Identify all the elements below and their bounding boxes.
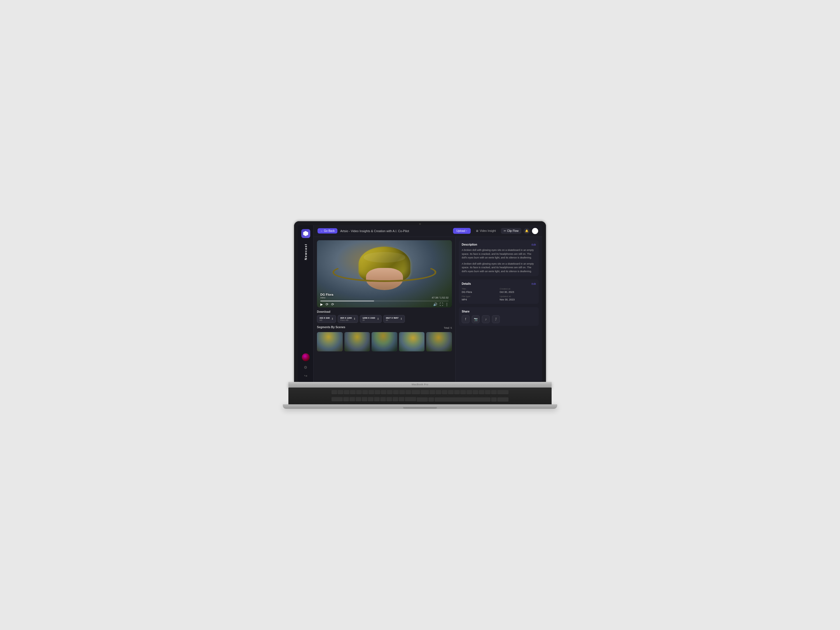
key	[332, 390, 337, 395]
segment-thumb-1[interactable]	[317, 332, 343, 351]
key	[332, 397, 343, 401]
share-section: Share f 📷 ♪	[459, 307, 539, 326]
key	[497, 390, 508, 395]
key	[387, 390, 393, 395]
key	[491, 390, 497, 395]
key	[338, 390, 343, 395]
download-section: Download 433 X 640 HD ⬇	[317, 310, 452, 323]
instagram-icon: 📷	[474, 317, 478, 321]
segment-thumb-3[interactable]	[371, 332, 397, 351]
progress-bar[interactable]	[321, 301, 448, 301]
key	[381, 390, 387, 395]
video-info-overlay: DG Flora Intro	[321, 293, 333, 299]
download-fullhd[interactable]: 865 X 1280 FULL HD ⬇	[338, 315, 358, 323]
key	[350, 390, 355, 395]
go-back-button[interactable]: ← Go Back	[317, 228, 337, 234]
segment-thumb-2[interactable]	[344, 332, 370, 351]
generic-share-button[interactable]: ⤴	[492, 315, 500, 323]
details-section: Details Edit Title: DG Flora Created at:	[459, 279, 539, 304]
segment-thumb-4[interactable]	[399, 332, 425, 351]
video-time: 47:38 / 1:52:32	[432, 296, 448, 299]
controls-right: 🔊 ⛶ ⋮	[433, 302, 448, 306]
key	[399, 390, 405, 395]
video-panel: DG Flora Intro 47:38 / 1:52:32	[314, 237, 455, 382]
key	[393, 390, 399, 395]
key	[429, 390, 435, 395]
segments-section: Segments By Scenes Total: 5	[317, 326, 452, 351]
topbar-right: Upload ↑ 🖥 Video Insight ✂ Clip Flow 🔔	[453, 228, 538, 234]
details-header: Details Edit	[462, 282, 536, 285]
description-text-2: A broken doll with glowing eyes sits on …	[462, 262, 536, 273]
forward-button[interactable]: ⟳	[331, 302, 334, 306]
key	[479, 390, 485, 395]
download-options: 433 X 640 HD ⬇ 865 X 1280 FULL HD	[317, 315, 452, 323]
tab-video-insight[interactable]: 🖥 Video Insight	[473, 228, 499, 234]
key	[399, 397, 404, 401]
profile-button[interactable]	[532, 228, 538, 234]
volume-button[interactable]: 🔊	[433, 302, 437, 306]
segments-title: Segments By Scenes	[317, 326, 345, 329]
laptop-wrapper: Newcast ⚙ ↪ ← Go Back Artsio - Video Ins…	[294, 221, 546, 409]
key	[380, 397, 386, 401]
rewind-button[interactable]: ⟳	[326, 302, 328, 306]
segment-image-4	[399, 332, 425, 351]
page-title: Artsio - Video Insights & Creation with …	[340, 229, 450, 233]
key	[417, 397, 428, 402]
segment-image-3	[371, 332, 397, 351]
detail-title: Title: DG Flora	[462, 287, 498, 294]
key	[491, 397, 497, 402]
facebook-share-button[interactable]: f	[462, 315, 470, 323]
key	[473, 390, 478, 395]
app-logo[interactable]	[301, 229, 310, 238]
avatar-image	[302, 354, 309, 361]
touchpad-notch	[403, 407, 437, 409]
video-subtitle: Intro	[321, 296, 333, 299]
segment-image-2	[344, 332, 370, 351]
download-2k[interactable]: 1298 X 1920 2K ⬇	[360, 315, 381, 323]
segment-image-5	[426, 332, 452, 351]
description-edit-link[interactable]: Edit	[531, 243, 536, 246]
notification-icon[interactable]: 🔔	[524, 228, 530, 234]
logout-icon[interactable]: ↪	[304, 374, 308, 378]
key	[344, 390, 349, 395]
keyboard	[288, 387, 552, 404]
sidebar-bottom: ⚙ ↪	[302, 354, 309, 378]
monitor-icon: 🖥	[476, 229, 478, 232]
key	[436, 390, 441, 395]
tab-clip-flow[interactable]: ✂ Clip Flow	[501, 228, 521, 234]
key	[412, 390, 420, 395]
download-hd[interactable]: 433 X 640 HD ⬇	[317, 315, 336, 323]
fullscreen-button[interactable]: ⛶	[440, 302, 443, 306]
avatar[interactable]	[302, 354, 309, 361]
download-4k[interactable]: 3827 X 5657 4K ⬇	[383, 315, 405, 323]
headphones-shape	[332, 263, 436, 282]
upload-button[interactable]: Upload ↑	[453, 228, 471, 234]
details-section-title: Details	[462, 282, 471, 285]
key	[387, 397, 392, 401]
key	[375, 390, 380, 395]
progress-fill	[321, 301, 374, 301]
segment-thumb-5[interactable]	[426, 332, 452, 351]
settings-icon[interactable]: ⚙	[304, 365, 308, 369]
detail-file-type: File type: MP4	[462, 295, 498, 301]
screen-bezel: Newcast ⚙ ↪ ← Go Back Artsio - Video Ins…	[294, 221, 546, 382]
instagram-share-button[interactable]: 📷	[472, 315, 480, 323]
more-options-button[interactable]: ⋮	[445, 302, 448, 306]
key	[362, 390, 368, 395]
portrait-figure	[347, 243, 422, 308]
tiktok-icon: ♪	[485, 317, 486, 321]
download-icon: ⬇	[377, 317, 379, 321]
topbar: ← Go Back Artsio - Video Insights & Crea…	[314, 225, 542, 237]
spacebar[interactable]	[434, 397, 491, 402]
key	[374, 397, 380, 401]
details-edit-link[interactable]: Edit	[531, 283, 536, 285]
play-button[interactable]: ▶	[321, 302, 323, 306]
brand-name: Newcast	[304, 243, 308, 260]
key	[343, 397, 349, 401]
video-player[interactable]: DG Flora Intro 47:38 / 1:52:32	[317, 240, 452, 308]
hexagon-icon	[303, 231, 308, 236]
app-screen: Newcast ⚙ ↪ ← Go Back Artsio - Video Ins…	[298, 225, 542, 382]
key	[485, 390, 491, 395]
tiktok-share-button[interactable]: ♪	[482, 315, 490, 323]
download-icon: ⬇	[400, 317, 403, 321]
